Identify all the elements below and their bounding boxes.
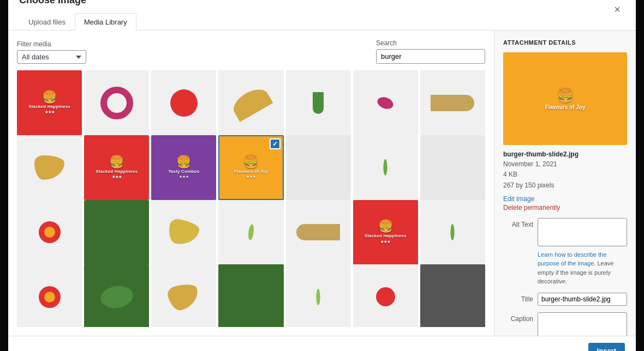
choose-image-modal: Choose Image Upload files Media Library …: [8, 0, 636, 351]
media-item[interactable]: [286, 135, 351, 200]
search-area: Search: [376, 39, 485, 64]
filter-select[interactable]: All dates January 2022 December 2021 Nov…: [17, 50, 86, 64]
caption-input[interactable]: [538, 312, 627, 336]
attachment-details-panel: ATTACHMENT DETAILS 🍔 Flavours of Joy bur…: [494, 31, 636, 336]
media-item[interactable]: [218, 264, 283, 327]
attachment-filename: burger-thumb-slide2.jpg: [503, 150, 627, 158]
alt-text-hint: Learn how to describe the purpose of the…: [538, 250, 627, 286]
modal-overlay: Choose Image Upload files Media Library …: [0, 0, 644, 351]
media-item[interactable]: [353, 135, 418, 200]
media-item[interactable]: [286, 264, 351, 327]
tab-upload[interactable]: Upload files: [19, 13, 75, 31]
media-item[interactable]: 🍔 Stacked Happiness ★★★: [84, 135, 149, 200]
title-label: Title: [503, 293, 533, 303]
media-item[interactable]: [353, 264, 418, 327]
alt-text-field-row: Alt Text Learn how to describe the purpo…: [503, 218, 627, 286]
delete-permanently-link[interactable]: Delete permanently: [503, 204, 627, 211]
alt-text-label: Alt Text: [503, 218, 533, 228]
media-item[interactable]: [84, 200, 149, 265]
attachment-thumbnail: 🍔 Flavours of Joy: [503, 52, 627, 145]
attachment-dimensions: 267 by 150 pixels: [503, 181, 554, 189]
attachment-size: 4 KB: [503, 171, 517, 178]
title-input[interactable]: [538, 293, 627, 306]
media-item[interactable]: [420, 70, 485, 135]
search-input[interactable]: [376, 49, 485, 64]
selected-checkmark: ✓: [270, 138, 281, 149]
attachment-section-title: ATTACHMENT DETAILS: [503, 39, 627, 46]
modal-header: Choose Image Upload files Media Library …: [8, 0, 636, 31]
media-item[interactable]: [353, 70, 418, 135]
media-item[interactable]: [84, 264, 149, 327]
media-item[interactable]: [17, 264, 82, 327]
search-label: Search: [376, 39, 485, 47]
modal-body: Filter media All dates January 2022 Dece…: [8, 31, 636, 336]
caption-label: Caption: [503, 312, 533, 323]
media-item[interactable]: [17, 135, 82, 200]
media-item[interactable]: 🍔 Stacked Happiness ★★★: [353, 200, 418, 265]
media-item[interactable]: 🍔 Stacked Happiness ★★★: [17, 70, 82, 135]
media-item[interactable]: [286, 70, 351, 135]
modal-title: Choose Image: [19, 0, 136, 6]
media-item[interactable]: [420, 200, 485, 265]
media-item[interactable]: [151, 264, 216, 327]
media-grid: 🍔 Stacked Happiness ★★★: [17, 70, 485, 327]
attachment-meta: November 1, 2021 4 KB 267 by 150 pixels: [503, 159, 627, 191]
tab-media-library[interactable]: Media Library: [75, 13, 136, 31]
media-item[interactable]: [17, 200, 82, 265]
media-area: Filter media All dates January 2022 Dece…: [8, 31, 494, 336]
media-item[interactable]: [151, 200, 216, 265]
modal-footer: Insert: [8, 336, 636, 351]
insert-button[interactable]: Insert: [588, 343, 625, 351]
media-item[interactable]: [420, 264, 485, 327]
media-item[interactable]: [420, 135, 485, 200]
title-field-row: Title: [503, 293, 627, 306]
caption-field-row: Caption: [503, 312, 627, 336]
modal-tabs: Upload files Media Library: [19, 13, 136, 30]
close-button[interactable]: ×: [610, 2, 625, 17]
edit-image-link[interactable]: Edit Image: [503, 195, 627, 203]
media-item[interactable]: [286, 200, 351, 265]
filter-bar: Filter media All dates January 2022 Dece…: [17, 39, 485, 64]
media-item-selected[interactable]: 🍔 Flavours of Joy ✦✦✦ ✓: [218, 135, 283, 200]
filter-left: Filter media All dates January 2022 Dece…: [17, 40, 86, 64]
media-item[interactable]: [84, 70, 149, 135]
media-item[interactable]: [218, 200, 283, 265]
alt-text-input[interactable]: [538, 218, 627, 246]
media-item[interactable]: [151, 70, 216, 135]
filter-label: Filter media: [17, 40, 86, 48]
attachment-date: November 1, 2021: [503, 160, 557, 168]
media-item[interactable]: 🍔 Tasty Combos ✦✦✦: [151, 135, 216, 200]
media-item[interactable]: [218, 70, 283, 135]
